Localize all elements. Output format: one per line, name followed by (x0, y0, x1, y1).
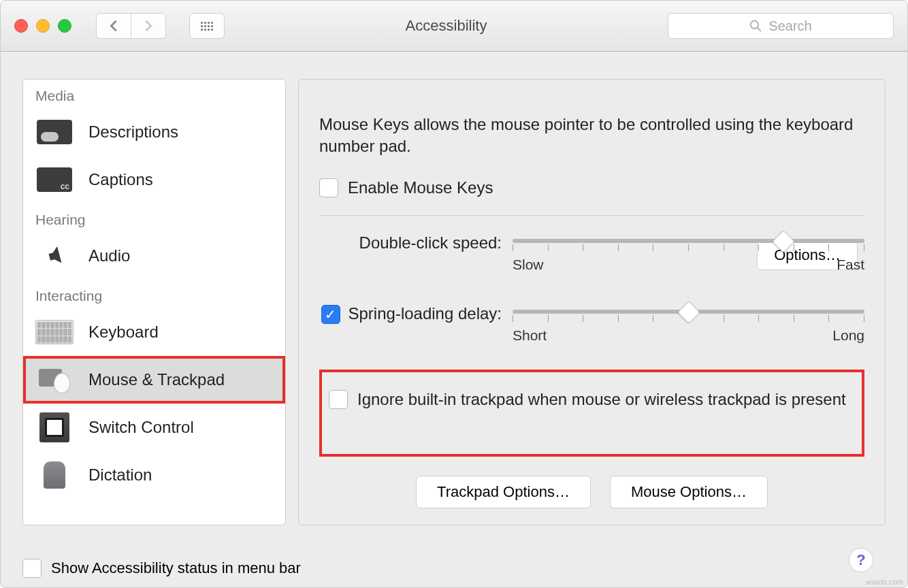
mouse-keys-description: Mouse Keys allows the mouse pointer to b… (319, 114, 864, 158)
spring-loading-checkbox[interactable]: ✓ (321, 305, 340, 324)
slider-min-label: Short (513, 327, 547, 344)
sidebar-item-keyboard[interactable]: Keyboard (23, 308, 285, 356)
sidebar-item-descriptions[interactable]: Descriptions (23, 108, 285, 156)
minimize-window-button[interactable] (36, 19, 50, 33)
help-button[interactable]: ? (849, 548, 873, 572)
chevron-left-icon (108, 20, 120, 32)
enable-mouse-keys-row: Enable Mouse Keys (319, 178, 864, 197)
window-toolbar: Accessibility Search (1, 1, 907, 52)
ignore-trackpad-highlight: Ignore built-in trackpad when mouse or w… (319, 370, 864, 457)
grid-icon (201, 22, 213, 31)
slider-max-label: Long (832, 327, 864, 344)
close-window-button[interactable] (14, 19, 28, 33)
window-controls (14, 19, 71, 33)
slider-min-label: Slow (513, 257, 544, 273)
section-header-media: Media (23, 80, 285, 108)
accessibility-preferences-window: Accessibility Search Media Descriptions … (0, 0, 908, 588)
enable-mouse-keys-checkbox[interactable] (319, 178, 338, 197)
ignore-trackpad-row: Ignore built-in trackpad when mouse or w… (329, 390, 851, 409)
content-area: Media Descriptions Captions Hearing Audi… (1, 52, 907, 525)
sidebar-item-switch-control[interactable]: Switch Control (23, 404, 285, 451)
double-click-speed-row: Double-click speed: Slow Fast (319, 233, 864, 273)
separator (319, 215, 864, 216)
spring-loading-delay-row: ✓Spring-loading delay: Short Long (319, 304, 864, 344)
dictation-icon (44, 461, 65, 489)
sidebar-item-label: Keyboard (88, 323, 159, 342)
nav-buttons (96, 13, 166, 39)
descriptions-icon (37, 120, 72, 144)
forward-button[interactable] (131, 13, 166, 39)
sidebar-item-label: Captions (88, 170, 153, 189)
chevron-right-icon (142, 20, 155, 32)
sidebar-item-label: Dictation (88, 466, 152, 485)
category-sidebar[interactable]: Media Descriptions Captions Hearing Audi… (22, 79, 286, 525)
back-button[interactable] (96, 13, 131, 39)
double-click-speed-label: Double-click speed: (319, 233, 502, 252)
spring-loading-delay-slider[interactable]: Short Long (513, 304, 864, 344)
audio-icon (33, 237, 77, 274)
ignore-trackpad-label: Ignore built-in trackpad when mouse or w… (357, 390, 846, 409)
trackpad-options-button[interactable]: Trackpad Options… (416, 476, 591, 508)
sidebar-item-mouse-trackpad[interactable]: Mouse & Trackpad (23, 356, 285, 404)
sidebar-item-label: Descriptions (88, 122, 178, 142)
bottom-buttons: Trackpad Options… Mouse Options… (319, 476, 864, 508)
window-title: Accessibility (237, 17, 655, 35)
search-field[interactable]: Search (668, 13, 894, 39)
search-icon (749, 20, 762, 32)
svg-line-1 (758, 28, 761, 31)
search-placeholder: Search (768, 18, 811, 34)
enable-mouse-keys-label: Enable Mouse Keys (348, 178, 493, 197)
mouse-options-button[interactable]: Mouse Options… (610, 476, 768, 508)
show-all-button[interactable] (189, 13, 225, 39)
double-click-speed-slider[interactable]: Slow Fast (513, 233, 864, 273)
footer-row: Show Accessibility status in menu bar (22, 559, 886, 578)
sidebar-item-label: Switch Control (88, 418, 194, 437)
zoom-window-button[interactable] (58, 19, 71, 33)
ignore-trackpad-checkbox[interactable] (329, 390, 348, 409)
section-header-interacting: Interacting (23, 280, 285, 308)
sidebar-item-label: Audio (88, 246, 130, 265)
watermark-text: wsxdn.com (866, 578, 903, 586)
sidebar-item-captions[interactable]: Captions (23, 156, 285, 203)
sidebar-item-label: Mouse & Trackpad (88, 370, 225, 389)
svg-point-0 (751, 21, 758, 29)
show-status-label: Show Accessibility status in menu bar (51, 559, 301, 577)
keyboard-icon (35, 320, 74, 344)
sidebar-item-audio[interactable]: Audio (23, 232, 285, 280)
switch-control-icon (39, 412, 69, 442)
spring-loading-label: Spring-loading delay: (348, 304, 502, 323)
settings-panel: Mouse Keys allows the mouse pointer to b… (298, 79, 886, 525)
show-status-checkbox[interactable] (22, 559, 42, 578)
section-header-hearing: Hearing (23, 203, 285, 232)
slider-max-label: Fast (837, 257, 864, 273)
mouse-trackpad-icon (36, 366, 73, 393)
sidebar-item-dictation[interactable]: Dictation (23, 451, 285, 499)
captions-icon (37, 167, 72, 192)
